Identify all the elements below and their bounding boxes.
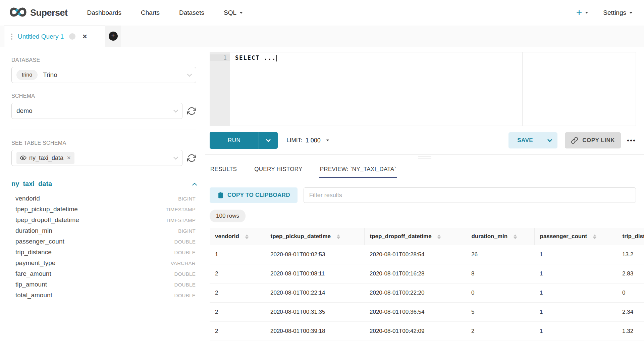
editor-toolbar: RUN LIMIT: 1 000 SAVE bbox=[210, 132, 636, 154]
copy-link-button[interactable]: COPY LINK bbox=[565, 132, 621, 148]
schema-select[interactable]: demo bbox=[11, 103, 182, 119]
table-column-row: tpep_pickup_datetime TIMESTAMP bbox=[11, 204, 196, 215]
print-margin-line bbox=[522, 52, 523, 126]
results-header-row: vendorid tpep_pickup_datetime tpep_dropo… bbox=[210, 228, 644, 245]
table-row[interactable]: 2 2020-08-01T00:31:35 2020-08-01T00:36:5… bbox=[210, 303, 644, 322]
column-header[interactable]: tpep_dropoff_datetime bbox=[364, 228, 466, 245]
column-header[interactable]: duration_min bbox=[466, 228, 534, 245]
settings-menu[interactable]: Settings bbox=[603, 9, 633, 16]
chevron-down-icon bbox=[187, 72, 192, 77]
table-column-row: trip_distance DOUBLE bbox=[11, 247, 196, 258]
column-header[interactable]: vendorid bbox=[210, 228, 265, 245]
chevron-down-icon bbox=[173, 108, 178, 113]
nav-item-dashboards[interactable]: Dashboards bbox=[87, 9, 121, 16]
settings-label: Settings bbox=[603, 9, 626, 16]
cell-passenger-count: 1 bbox=[534, 245, 617, 264]
sort-icon[interactable] bbox=[337, 234, 340, 239]
table-row[interactable]: 2 2020-08-01T00:39:18 2020-08-01T00:42:0… bbox=[210, 322, 644, 341]
editor-code-area[interactable]: SELECT ... bbox=[230, 52, 636, 126]
table-row[interactable]: 2 2020-08-01T00:08:11 2020-08-01T00:16:2… bbox=[210, 264, 644, 283]
cell-dropoff-datetime: 2020-08-01T00:42:09 bbox=[364, 322, 466, 341]
run-button[interactable]: RUN bbox=[210, 132, 259, 149]
refresh-icon bbox=[187, 106, 196, 116]
nav-item-charts[interactable]: Charts bbox=[141, 9, 160, 16]
cell-dropoff-datetime: 2020-08-01T00:16:28 bbox=[364, 264, 466, 283]
close-tab-icon[interactable]: ✕ bbox=[82, 33, 87, 40]
unsaved-state-dot-icon bbox=[69, 33, 75, 40]
copy-to-clipboard-button[interactable]: COPY TO CLIPBOARD bbox=[210, 187, 298, 203]
table-column-row: duration_min BIGINT bbox=[11, 225, 196, 236]
limit-dropdown[interactable]: LIMIT: 1 000 bbox=[286, 137, 329, 144]
link-icon bbox=[571, 137, 578, 144]
remove-table-icon[interactable]: ✕ bbox=[67, 155, 71, 161]
cell-dropoff-datetime: 2020-08-01T00:36:54 bbox=[364, 303, 466, 322]
add-query-tab-button[interactable]: + bbox=[105, 26, 121, 47]
tab-results[interactable]: RESULTS bbox=[210, 162, 237, 178]
drag-handle-icon[interactable] bbox=[11, 34, 12, 35]
chevron-up-icon bbox=[192, 182, 197, 187]
table-column-row: vendorid BIGINT bbox=[11, 193, 196, 204]
chevron-down-icon bbox=[173, 155, 178, 160]
chevron-down-icon bbox=[629, 12, 633, 14]
cell-pickup-datetime: 2020-08-01T00:08:11 bbox=[265, 264, 364, 283]
database-select[interactable]: trino Trino bbox=[11, 67, 196, 83]
sql-lab-main: DATABASE trino Trino SCHEMA demo SEE TAB bbox=[0, 47, 644, 350]
column-type: DOUBLE bbox=[174, 250, 196, 255]
new-item-menu[interactable]: + bbox=[576, 8, 589, 18]
sort-icon[interactable] bbox=[245, 234, 249, 239]
database-engine-tag: trino bbox=[16, 70, 38, 80]
save-button[interactable]: SAVE bbox=[508, 132, 542, 148]
chevron-down-icon bbox=[266, 137, 271, 142]
tab-preview-ny-taxi-data[interactable]: PREVIEW: `NY_TAXI_DATA` bbox=[319, 162, 397, 178]
refresh-schema-button[interactable] bbox=[187, 106, 196, 116]
nav-item-sql[interactable]: SQL bbox=[224, 9, 243, 16]
table-column-row: total_amount DOUBLE bbox=[11, 290, 196, 301]
table-row[interactable]: 2 2020-08-01T00:22:14 2020-08-01T00:22:2… bbox=[210, 283, 644, 303]
run-options-button[interactable] bbox=[259, 132, 278, 149]
cell-dropoff-datetime: 2020-08-01T00:28:54 bbox=[364, 245, 466, 264]
nav-item-datasets[interactable]: Datasets bbox=[179, 9, 204, 16]
table-schema-select[interactable]: ny_taxi_data ✕ bbox=[11, 150, 182, 166]
toolbar-right-group: SAVE COPY LINK ••• bbox=[508, 132, 636, 148]
more-options-button[interactable]: ••• bbox=[627, 137, 636, 144]
column-type: TIMESTAMP bbox=[166, 207, 196, 212]
column-header[interactable]: trip_distance bbox=[617, 228, 644, 245]
cell-pickup-datetime: 2020-08-01T00:31:35 bbox=[265, 303, 364, 322]
column-name: duration_min bbox=[15, 227, 52, 234]
tab-query-history[interactable]: QUERY HISTORY bbox=[254, 162, 303, 178]
copy-to-clipboard-label: COPY TO CLIPBOARD bbox=[227, 192, 290, 199]
table-column-row: tip_amount DOUBLE bbox=[11, 279, 196, 290]
column-name: trip_distance bbox=[15, 249, 52, 256]
superset-brand[interactable]: Superset bbox=[9, 7, 68, 18]
sort-icon[interactable] bbox=[593, 234, 596, 239]
column-header-label: tpep_dropoff_datetime bbox=[370, 233, 432, 239]
refresh-tables-button[interactable] bbox=[187, 154, 196, 163]
clipboard-icon bbox=[217, 192, 224, 199]
eye-icon bbox=[20, 155, 26, 161]
column-header[interactable]: passenger_count bbox=[534, 228, 617, 245]
run-button-group: RUN bbox=[210, 132, 278, 149]
cell-vendorid: 2 bbox=[210, 303, 265, 322]
schema-label: SCHEMA bbox=[11, 93, 196, 99]
results-tabs-bar: RESULTS QUERY HISTORY PREVIEW: `NY_TAXI_… bbox=[205, 162, 644, 178]
sort-icon[interactable] bbox=[437, 234, 441, 239]
sort-icon[interactable] bbox=[514, 234, 517, 239]
column-header[interactable]: tpep_pickup_datetime bbox=[265, 228, 364, 245]
column-type: DOUBLE bbox=[174, 239, 196, 245]
pane-resize-handle[interactable] bbox=[418, 157, 431, 159]
save-options-button[interactable] bbox=[542, 132, 557, 148]
sql-editor[interactable]: 1 SELECT ... bbox=[210, 52, 636, 126]
cell-trip-distance: 2.83 bbox=[617, 264, 644, 283]
column-header-label: tpep_pickup_datetime bbox=[271, 233, 331, 239]
table-schema-header[interactable]: ny_taxi_data bbox=[11, 180, 196, 188]
filter-results-input[interactable] bbox=[304, 187, 636, 203]
chevron-down-icon bbox=[326, 140, 329, 141]
cell-passenger-count: 1 bbox=[534, 303, 617, 322]
cell-vendorid: 2 bbox=[210, 322, 265, 341]
sidebar-divider bbox=[11, 130, 196, 130]
tab-untitled-query[interactable]: Untitled Query 1 ✕ bbox=[4, 26, 105, 47]
table-row[interactable]: 1 2020-08-01T00:02:53 2020-08-01T00:28:5… bbox=[210, 245, 644, 264]
column-name: fare_amount bbox=[15, 270, 51, 277]
cell-passenger-count: 1 bbox=[534, 322, 617, 341]
cell-trip-distance: 2.34 bbox=[617, 303, 644, 322]
